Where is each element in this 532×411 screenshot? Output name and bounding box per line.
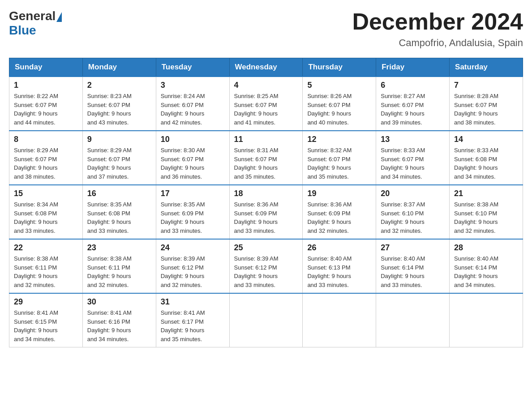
day-info: Sunrise: 8:37 AM Sunset: 6:10 PM Dayligh…	[381, 200, 445, 235]
day-info: Sunrise: 8:41 AM Sunset: 6:16 PM Dayligh…	[87, 308, 151, 343]
day-info: Sunrise: 8:25 AM Sunset: 6:07 PM Dayligh…	[234, 92, 298, 127]
calendar-cell: 16 Sunrise: 8:35 AM Sunset: 6:08 PM Dayl…	[82, 185, 156, 239]
day-info: Sunrise: 8:33 AM Sunset: 6:07 PM Dayligh…	[381, 146, 445, 181]
day-number: 5	[307, 81, 371, 90]
day-info: Sunrise: 8:36 AM Sunset: 6:09 PM Dayligh…	[234, 200, 298, 235]
day-info: Sunrise: 8:31 AM Sunset: 6:07 PM Dayligh…	[234, 146, 298, 181]
calendar-cell: 3 Sunrise: 8:24 AM Sunset: 6:07 PM Dayli…	[156, 77, 229, 131]
calendar-cell: 31 Sunrise: 8:41 AM Sunset: 6:17 PM Dayl…	[156, 293, 229, 347]
day-number: 6	[381, 81, 445, 90]
column-header-thursday: Thursday	[303, 58, 376, 77]
column-header-tuesday: Tuesday	[156, 58, 229, 77]
day-info: Sunrise: 8:38 AM Sunset: 6:10 PM Dayligh…	[454, 200, 518, 235]
day-info: Sunrise: 8:22 AM Sunset: 6:07 PM Dayligh…	[14, 92, 78, 127]
column-headers-row: SundayMondayTuesdayWednesdayThursdayFrid…	[9, 58, 523, 77]
calendar-cell: 10 Sunrise: 8:30 AM Sunset: 6:07 PM Dayl…	[156, 131, 229, 185]
day-info: Sunrise: 8:34 AM Sunset: 6:08 PM Dayligh…	[14, 200, 78, 235]
calendar-cell: 8 Sunrise: 8:29 AM Sunset: 6:07 PM Dayli…	[9, 131, 83, 185]
day-info: Sunrise: 8:36 AM Sunset: 6:09 PM Dayligh…	[307, 200, 371, 235]
calendar-cell: 9 Sunrise: 8:29 AM Sunset: 6:07 PM Dayli…	[82, 131, 156, 185]
calendar-cell: 17 Sunrise: 8:35 AM Sunset: 6:09 PM Dayl…	[156, 185, 229, 239]
calendar-cell: 30 Sunrise: 8:41 AM Sunset: 6:16 PM Dayl…	[82, 293, 156, 347]
logo-general-text: General	[9, 9, 56, 23]
week-row-2: 8 Sunrise: 8:29 AM Sunset: 6:07 PM Dayli…	[9, 131, 523, 185]
day-number: 8	[14, 135, 78, 144]
day-info: Sunrise: 8:24 AM Sunset: 6:07 PM Dayligh…	[161, 92, 225, 127]
calendar-table: SundayMondayTuesdayWednesdayThursdayFrid…	[9, 58, 523, 347]
column-header-sunday: Sunday	[9, 58, 83, 77]
day-number: 16	[87, 189, 151, 198]
column-header-monday: Monday	[82, 58, 156, 77]
day-info: Sunrise: 8:41 AM Sunset: 6:17 PM Dayligh…	[161, 308, 225, 343]
calendar-cell	[376, 293, 450, 347]
day-info: Sunrise: 8:38 AM Sunset: 6:11 PM Dayligh…	[87, 254, 151, 289]
calendar-cell: 1 Sunrise: 8:22 AM Sunset: 6:07 PM Dayli…	[9, 77, 83, 131]
calendar-cell: 15 Sunrise: 8:34 AM Sunset: 6:08 PM Dayl…	[9, 185, 83, 239]
day-number: 25	[234, 243, 298, 253]
day-info: Sunrise: 8:30 AM Sunset: 6:07 PM Dayligh…	[161, 146, 225, 181]
header: General Blue December 2024 Campofrio, An…	[9, 9, 523, 49]
logo-triangle-icon	[56, 12, 62, 22]
calendar-cell: 11 Sunrise: 8:31 AM Sunset: 6:07 PM Dayl…	[229, 131, 303, 185]
day-info: Sunrise: 8:26 AM Sunset: 6:07 PM Dayligh…	[307, 92, 371, 127]
day-number: 1	[14, 81, 78, 90]
calendar-cell: 19 Sunrise: 8:36 AM Sunset: 6:09 PM Dayl…	[303, 185, 376, 239]
day-info: Sunrise: 8:23 AM Sunset: 6:07 PM Dayligh…	[87, 92, 151, 127]
day-number: 4	[234, 81, 298, 90]
day-number: 10	[161, 135, 225, 144]
day-number: 22	[14, 243, 78, 253]
day-number: 18	[234, 189, 298, 198]
calendar-cell: 21 Sunrise: 8:38 AM Sunset: 6:10 PM Dayl…	[450, 185, 523, 239]
day-info: Sunrise: 8:29 AM Sunset: 6:07 PM Dayligh…	[14, 146, 78, 181]
day-info: Sunrise: 8:33 AM Sunset: 6:08 PM Dayligh…	[454, 146, 518, 181]
logo-blue-text: Blue	[9, 23, 36, 38]
day-number: 27	[381, 243, 445, 253]
calendar-cell: 24 Sunrise: 8:39 AM Sunset: 6:12 PM Dayl…	[156, 239, 229, 293]
week-row-3: 15 Sunrise: 8:34 AM Sunset: 6:08 PM Dayl…	[9, 185, 523, 239]
day-info: Sunrise: 8:35 AM Sunset: 6:09 PM Dayligh…	[161, 200, 225, 235]
day-info: Sunrise: 8:32 AM Sunset: 6:07 PM Dayligh…	[307, 146, 371, 181]
calendar-cell: 23 Sunrise: 8:38 AM Sunset: 6:11 PM Dayl…	[82, 239, 156, 293]
day-info: Sunrise: 8:38 AM Sunset: 6:11 PM Dayligh…	[14, 254, 78, 289]
day-info: Sunrise: 8:27 AM Sunset: 6:07 PM Dayligh…	[381, 92, 445, 127]
calendar-subtitle: Campofrio, Andalusia, Spain	[352, 37, 523, 49]
calendar-cell: 28 Sunrise: 8:40 AM Sunset: 6:14 PM Dayl…	[450, 239, 523, 293]
day-info: Sunrise: 8:41 AM Sunset: 6:15 PM Dayligh…	[14, 308, 78, 343]
logo: General Blue	[9, 9, 63, 38]
day-number: 17	[161, 189, 225, 198]
calendar-cell: 22 Sunrise: 8:38 AM Sunset: 6:11 PM Dayl…	[9, 239, 83, 293]
week-row-5: 29 Sunrise: 8:41 AM Sunset: 6:15 PM Dayl…	[9, 293, 523, 347]
day-number: 3	[161, 81, 225, 90]
calendar-cell	[229, 293, 303, 347]
day-number: 13	[381, 135, 445, 144]
week-row-4: 22 Sunrise: 8:38 AM Sunset: 6:11 PM Dayl…	[9, 239, 523, 293]
week-row-1: 1 Sunrise: 8:22 AM Sunset: 6:07 PM Dayli…	[9, 77, 523, 131]
calendar-cell: 12 Sunrise: 8:32 AM Sunset: 6:07 PM Dayl…	[303, 131, 376, 185]
day-info: Sunrise: 8:40 AM Sunset: 6:14 PM Dayligh…	[381, 254, 445, 289]
column-header-friday: Friday	[376, 58, 450, 77]
day-info: Sunrise: 8:39 AM Sunset: 6:12 PM Dayligh…	[161, 254, 225, 289]
calendar-cell: 5 Sunrise: 8:26 AM Sunset: 6:07 PM Dayli…	[303, 77, 376, 131]
day-number: 31	[161, 297, 225, 307]
day-number: 15	[14, 189, 78, 198]
calendar-cell	[450, 293, 523, 347]
calendar-cell: 7 Sunrise: 8:28 AM Sunset: 6:07 PM Dayli…	[450, 77, 523, 131]
day-number: 14	[454, 135, 518, 144]
calendar-cell: 20 Sunrise: 8:37 AM Sunset: 6:10 PM Dayl…	[376, 185, 450, 239]
calendar-cell: 29 Sunrise: 8:41 AM Sunset: 6:15 PM Dayl…	[9, 293, 83, 347]
calendar-cell: 26 Sunrise: 8:40 AM Sunset: 6:13 PM Dayl…	[303, 239, 376, 293]
day-number: 28	[454, 243, 518, 253]
calendar-cell: 6 Sunrise: 8:27 AM Sunset: 6:07 PM Dayli…	[376, 77, 450, 131]
day-info: Sunrise: 8:40 AM Sunset: 6:13 PM Dayligh…	[307, 254, 371, 289]
day-number: 19	[307, 189, 371, 198]
day-info: Sunrise: 8:29 AM Sunset: 6:07 PM Dayligh…	[87, 146, 151, 181]
calendar-cell: 2 Sunrise: 8:23 AM Sunset: 6:07 PM Dayli…	[82, 77, 156, 131]
calendar-cell: 13 Sunrise: 8:33 AM Sunset: 6:07 PM Dayl…	[376, 131, 450, 185]
day-number: 24	[161, 243, 225, 253]
day-info: Sunrise: 8:28 AM Sunset: 6:07 PM Dayligh…	[454, 92, 518, 127]
day-number: 12	[307, 135, 371, 144]
calendar-cell: 18 Sunrise: 8:36 AM Sunset: 6:09 PM Dayl…	[229, 185, 303, 239]
day-info: Sunrise: 8:35 AM Sunset: 6:08 PM Dayligh…	[87, 200, 151, 235]
day-number: 11	[234, 135, 298, 144]
day-info: Sunrise: 8:40 AM Sunset: 6:14 PM Dayligh…	[454, 254, 518, 289]
